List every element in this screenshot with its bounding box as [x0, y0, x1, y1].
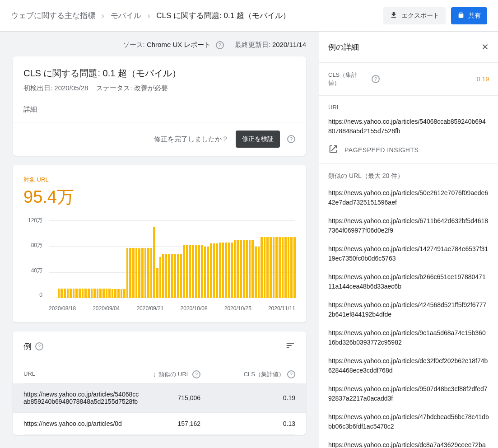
- similar-url-item[interactable]: https://news.yahoo.co.jp/articles/142749…: [328, 244, 489, 263]
- chart-bar: [213, 243, 215, 298]
- row-similar: 157,162: [150, 420, 209, 427]
- xtick: 2020/11/11: [268, 305, 295, 312]
- similar-url-item[interactable]: https://news.yahoo.co.jp/articles/dc8a7a…: [328, 440, 489, 448]
- chart-bar: [201, 245, 203, 298]
- chart-bar: [261, 237, 263, 298]
- help-icon[interactable]: ?: [372, 75, 380, 83]
- help-icon[interactable]: ?: [35, 342, 43, 350]
- chart-bar: [108, 289, 111, 298]
- breadcrumb-item-0[interactable]: ウェブに関する主な指標: [11, 10, 95, 21]
- breadcrumb-item-1[interactable]: モバイル: [111, 10, 141, 21]
- chart-bar: [147, 248, 149, 298]
- share-button[interactable]: 共有: [451, 7, 487, 24]
- chart-bar: [93, 289, 96, 298]
- similar-url-item[interactable]: https://news.yahoo.co.jp/articles/9507d4…: [328, 384, 489, 403]
- chart-bar: [246, 240, 248, 298]
- status-label: ステータス:: [96, 84, 134, 92]
- fix-question: 修正を完了しましたか？: [154, 135, 228, 144]
- chart-bar: [293, 237, 296, 298]
- share-label: 共有: [468, 12, 481, 20]
- chevron-right-icon: ›: [148, 11, 150, 20]
- updated-label: 最終更新日:: [235, 41, 272, 48]
- chart-bar: [216, 243, 218, 298]
- similar-url-item[interactable]: https://news.yahoo.co.jp/articles/6711b6…: [328, 216, 489, 235]
- row-cls: 0.13: [209, 420, 295, 427]
- chart-bar: [75, 289, 78, 298]
- chart-bar: [117, 289, 120, 298]
- chart-bar: [288, 237, 290, 298]
- chart-bar: [168, 254, 170, 298]
- chart-bar: [97, 289, 99, 298]
- similar-url-item[interactable]: https://news.yahoo.co.jp/articles/50e261…: [328, 188, 489, 207]
- chart-bar: [198, 245, 200, 298]
- verify-fix-button[interactable]: 修正を検証: [236, 131, 280, 148]
- chart-bar: [58, 289, 60, 298]
- export-button[interactable]: エクスポート: [383, 7, 446, 24]
- help-icon[interactable]: ?: [287, 135, 295, 143]
- table-row[interactable]: https://news.yahoo.co.jp/articles/0d157,…: [23, 413, 295, 435]
- chart-bar: [279, 237, 281, 298]
- detail-panel: 例の詳細 ✕ CLS（集計値） ? 0.19 URL https://news.…: [319, 32, 498, 448]
- chart-bar: [156, 268, 158, 298]
- chart-bar: [67, 289, 69, 298]
- chart-bar: [82, 289, 84, 298]
- xtick: 2020/10/25: [224, 305, 251, 312]
- chart-area: 120万 80万 40万 0 2020/08/18 2020/09/04 202…: [23, 217, 295, 312]
- chart-bar: [121, 289, 123, 298]
- source-label: ソース:: [123, 41, 147, 48]
- similar-url-item[interactable]: https://news.yahoo.co.jp/articles/424568…: [328, 300, 489, 319]
- table-row[interactable]: https://news.yahoo.co.jp/articles/54068c…: [13, 383, 306, 413]
- row-url: https://news.yahoo.co.jp/articles/54068c…: [23, 391, 150, 405]
- chart-bar: [255, 247, 257, 298]
- chart-bar: [165, 254, 168, 298]
- chart-bar: [284, 237, 287, 298]
- chart-bar: [102, 289, 105, 298]
- chart-bar: [192, 245, 194, 298]
- chart-bar: [99, 289, 102, 298]
- chart-bar: [225, 243, 227, 298]
- chart-bar: [266, 237, 269, 298]
- issue-title: CLS に関する問題: 0.1 超（モバイル）: [23, 67, 295, 79]
- chart-bar: [91, 289, 93, 298]
- examples-table-card: 例 ? URL ↓ 類似の URL ? CLS（集計値） ? https://n…: [13, 331, 306, 435]
- xtick: 2020/09/04: [93, 305, 120, 312]
- chart-bar: [290, 237, 293, 298]
- table-title: 例: [23, 341, 32, 352]
- table-header-row: URL ↓ 類似の URL ? CLS（集計値） ?: [23, 366, 295, 383]
- chart-bar: [159, 257, 162, 298]
- status-value: 改善が必要: [134, 84, 168, 92]
- col-url[interactable]: URL: [23, 370, 150, 378]
- chart-bar: [183, 245, 185, 298]
- help-icon[interactable]: ?: [192, 370, 200, 378]
- chart-bar: [228, 243, 230, 298]
- chart-bar: [129, 248, 131, 298]
- close-icon[interactable]: ✕: [481, 42, 489, 52]
- panel-cls-value: 0.19: [477, 75, 489, 83]
- filter-icon[interactable]: [285, 341, 295, 352]
- panel-similar-label: 類似の URL（最大 20 件）: [328, 172, 489, 180]
- chart-bar: [264, 237, 266, 298]
- chart-bar: [84, 289, 87, 298]
- panel-title: 例の詳細: [328, 42, 359, 52]
- similar-url-item[interactable]: https://news.yahoo.co.jp/articles/47bdcb…: [328, 412, 489, 431]
- chart-bar: [234, 240, 236, 298]
- similar-url-item[interactable]: https://news.yahoo.co.jp/articles/de32f0…: [328, 356, 489, 375]
- main-content: ソース: Chrome UX レポート ? 最終更新日: 2020/11/14 …: [0, 32, 319, 448]
- chart-bar: [186, 245, 188, 298]
- chart-bar: [219, 243, 221, 298]
- chart-bar: [174, 254, 177, 298]
- panel-cls-label: CLS（集計値）: [328, 71, 364, 87]
- detail-link[interactable]: 詳細: [23, 105, 295, 114]
- help-icon[interactable]: ?: [216, 41, 224, 49]
- similar-url-item[interactable]: https://news.yahoo.co.jp/articles/b266c6…: [328, 272, 489, 291]
- chart-bar: [126, 248, 129, 298]
- xtick: 2020/08/18: [49, 305, 76, 312]
- col-cls[interactable]: CLS（集計値） ?: [209, 370, 295, 378]
- pagespeed-insights-link[interactable]: PAGESPEED INSIGHTS: [328, 144, 489, 155]
- similar-url-item[interactable]: https://news.yahoo.co.jp/articles/9c1aa5…: [328, 328, 489, 347]
- col-similar[interactable]: ↓ 類似の URL ?: [150, 370, 209, 378]
- chart-bar: [251, 240, 254, 298]
- help-icon[interactable]: ?: [287, 370, 295, 378]
- chart-bar: [207, 247, 209, 298]
- chart-bar: [73, 289, 75, 298]
